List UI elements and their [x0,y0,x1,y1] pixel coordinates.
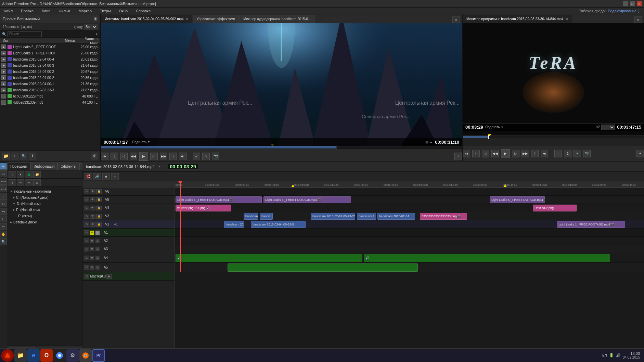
fb-move2[interactable]: ⊕ [33,179,41,186]
source-overwrite[interactable]: ↘ [202,153,210,160]
start-button[interactable] [1,349,14,362]
prog-extract[interactable]: ↥ [564,150,571,157]
v5-lock[interactable]: 🔒 [96,197,102,202]
source-fast-fwd[interactable]: ▶▶ [160,153,167,160]
fb-tree-toggle[interactable]: 🌲 [25,171,33,178]
program-tab-close[interactable]: ✕ [566,17,568,21]
prog-camera[interactable]: 📷 [583,150,591,157]
source-tab-close[interactable]: ✕ [186,17,189,21]
a3-m-btn[interactable]: M [90,247,94,251]
project-item-2[interactable]: ▶bandicam 2015-02-04 00-420,61 кадр [0,56,100,62]
project-item-7[interactable]: ▶bandicam 2015-02-03 23-321,87 кадр [0,87,100,93]
taskbar-chrome[interactable] [53,349,66,362]
source-insert[interactable]: ↙ [193,153,200,160]
taskbar-premiere[interactable]: Pr [92,349,105,362]
menu-marker[interactable]: Маркер [77,8,93,14]
source-step-frame-fwd[interactable]: ▷ [150,153,158,160]
project-in-select[interactable]: Все [84,24,98,30]
program-page-select[interactable] [601,125,615,130]
minimize-button[interactable]: ─ [623,1,628,7]
prog-lift[interactable]: ↑ [554,150,562,157]
tool-rolling[interactable]: ⟻ [0,185,7,192]
tool-track-select[interactable]: ⇒ [0,170,7,177]
a1-sync[interactable]: G [84,230,89,235]
v6-lock[interactable]: 🔒 [96,189,102,194]
a4-m-btn[interactable]: M [90,256,94,260]
tree-drive-c[interactable]: C: (Локальный диск) [9,194,81,201]
fb-expand[interactable]: ⇒ [17,179,24,186]
a4-s-btn[interactable]: S [95,256,100,260]
tl-keyframe[interactable]: ⬥ [111,173,119,180]
clip-a4-1[interactable]: 🔊 [176,254,362,262]
v2-eye[interactable]: 👁 [90,222,95,227]
a5-s-btn[interactable]: S [95,266,100,270]
tab-explorer[interactable]: Проводник [7,163,30,170]
a2-s-btn[interactable]: S [95,239,100,243]
prog-frame-back[interactable]: ◁ [482,150,489,157]
prog-rewind[interactable]: ◀◀ [491,150,499,157]
project-item-3[interactable]: ▶bandicam 2015-02-04 00-321,64 кадр [0,62,100,68]
prog-step-fwd[interactable]: ⏭ [541,150,548,157]
prog-play[interactable]: ▶ [501,149,510,158]
source-panel-menu[interactable]: ≡ [452,16,460,23]
v5-sync[interactable]: G [84,197,89,202]
tool-zoom[interactable]: 🔍 [0,238,7,245]
project-item-6[interactable]: ▶bandicam 2015-02-04 00-121,36 кадр [0,81,100,87]
maximize-button[interactable]: □ [630,1,635,7]
source-step-back[interactable]: ⏮ [101,153,108,160]
clip-v3-3[interactable]: bandicam 2015-02-04 00-29-28-4 [311,213,355,220]
prog-frame-fwd[interactable]: ▷ [512,150,519,157]
fb-move[interactable]: ⇔ [25,179,33,186]
a5-sync[interactable]: G [84,265,89,270]
project-item-4[interactable]: ▶bandicam 2015-02-04 00-220,67 кадр [0,68,100,75]
source-progress-bar[interactable] [101,146,462,148]
source-mark-in[interactable]: { [111,153,118,160]
timeline-close[interactable]: ✕ [158,165,161,168]
new-bin-button[interactable]: 📁 [2,153,10,159]
a1-m-btn[interactable]: M [90,231,94,235]
clip-v4-1[interactable]: wCM2x.png 111.png 🔊 [176,205,231,211]
prog-fast-fwd[interactable]: ▶▶ [521,150,529,157]
prog-add-marker[interactable]: + [636,150,644,157]
fb-scroll-up[interactable]: ⇑ [9,179,16,186]
clip-a5-1[interactable] [228,263,418,272]
project-item-0[interactable]: ▶Light Leaks 5 _FREE FOOT25,00 кадр [0,44,100,50]
clip-v3-4[interactable]: bandicam 2 [357,213,376,220]
fb-up[interactable]: ↑ [9,171,16,178]
clip-v5-2[interactable]: Light Leaks 5 _FREE FOOTAGE.mp4 🎬 [263,196,351,203]
tool-rate[interactable]: ≈ [0,193,7,200]
a4-sync[interactable]: G [84,256,89,260]
source-step-frame-back[interactable]: ◁ [120,153,128,160]
project-item-8[interactable]: ♪6cb059691229.mp348 000 Гц [0,93,100,99]
tl-linked[interactable]: 🔗 [93,173,101,180]
clip-v5-1[interactable]: Light Leaks 5 _FREE FOOTAGE.mp4 🎬 [176,196,262,203]
find-button[interactable]: 🔍 [20,153,27,159]
tool-ripple[interactable]: ⟺ [0,178,7,185]
fit-dropdown[interactable]: ▼ [147,140,151,144]
prog-mark-in[interactable]: { [472,150,480,157]
a5-m-btn[interactable]: M [90,266,94,270]
source-mark-out[interactable]: } [169,153,177,160]
program-panel-menu[interactable]: ≡ [634,16,642,23]
project-collapse-btn[interactable]: ▲ [93,17,98,21]
effects-tab[interactable]: Управление эффектами [193,15,239,23]
tool-slide[interactable]: ⊢ [0,216,7,222]
new-item-button[interactable]: + [11,153,18,159]
info-button[interactable]: ℹ [29,153,36,159]
tree-drive-d[interactable]: D: (Новый том) [9,201,81,207]
prog-step-back[interactable]: ⏮ [463,150,470,157]
program-fit-dropdown[interactable]: ▼ [501,126,504,129]
clip-v4-2[interactable]: Untitled-2.png [533,205,577,211]
master-sync[interactable]: G [84,274,89,279]
delete-button[interactable]: 🗑 [91,153,98,159]
project-item-5[interactable]: ▶bandicam 2015-02-04 00-220,86 кадр [0,75,100,81]
clip-v2-2[interactable]: bandicam 2015-02-04 00-25-5 [251,221,306,228]
a2-m-btn[interactable]: M [90,239,94,243]
tool-select[interactable]: ↖ [0,163,7,170]
v5-eye[interactable]: 👁 [90,197,95,202]
close-button[interactable]: ✕ [636,1,642,7]
fb-path[interactable]: 📁 [33,171,41,178]
clip-v5-3[interactable]: Light Leaks 5 _FREE FOOTAGE.mp4 🎬 [490,196,545,203]
source-play[interactable]: ▶ [139,152,148,161]
timeline-clips-area[interactable]: 00:00 00:00:14;29 00:00:29;29 00:00:44;2… [175,181,644,350]
